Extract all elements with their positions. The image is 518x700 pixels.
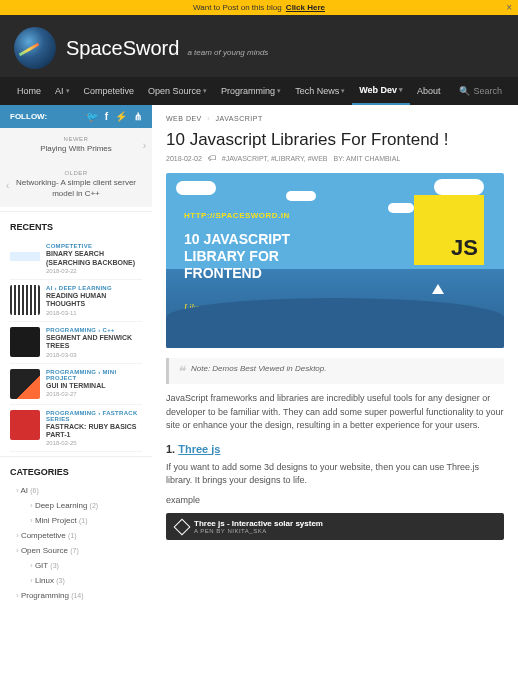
facebook-icon[interactable]: f — [105, 111, 108, 122]
older-post-link[interactable]: OLDER Networking- A simple client server… — [0, 162, 152, 207]
sidebar: FOLLOW: 🐦 f ⚡ ⋔ NEWER Playing With Prime… — [0, 105, 152, 613]
cat-item[interactable]: AI (6) — [10, 483, 142, 498]
search-input[interactable]: 🔍 Search — [459, 86, 508, 96]
article-date: 2018-02-02 — [166, 155, 202, 162]
nav-about[interactable]: About — [410, 78, 448, 104]
tag-icon: 🏷 — [208, 154, 216, 163]
cat-item[interactable]: Competetive (1) — [10, 528, 142, 543]
hero-image: JS HTTP://SPACESWORD.IN 10 JAVASCRIPT LI… — [166, 173, 504, 348]
rss-icon[interactable]: ⋔ — [134, 111, 142, 122]
hero-headline: 10 JAVASCRIPT LIBRARY FOR FRONTEND — [184, 231, 344, 281]
main-content: WEB DEV › JAVASCRIPT 10 Javascript Libra… — [152, 105, 518, 613]
search-icon: 🔍 — [459, 86, 470, 96]
main-nav: Home AI▾ Competetive Open Source▾ Progra… — [0, 77, 518, 105]
nav-competetive[interactable]: Competetive — [77, 78, 142, 104]
list-item[interactable]: AI › DEEP LEARNING READING HUMAN THOUGHT… — [10, 280, 142, 322]
embed-title: Three js - Interactive solar system — [194, 519, 323, 528]
intro-paragraph: JavaScript frameworks and libraries are … — [166, 392, 504, 433]
codepen-embed[interactable]: Three js - Interactive solar system A PE… — [166, 513, 504, 540]
chevron-down-icon: ▾ — [203, 87, 207, 95]
section-desc: If you want to add some 3d designs to yo… — [166, 461, 504, 488]
promo-banner: Want to Post on this blog Click Here × — [0, 0, 518, 15]
site-header: SpaceSword a team of young minds — [0, 15, 518, 77]
github-icon[interactable]: ⚡ — [115, 111, 127, 122]
list-item[interactable]: PROGRAMMING › MINI PROJECT GUI IN TERMIN… — [10, 364, 142, 405]
follow-bar: FOLLOW: 🐦 f ⚡ ⋔ — [0, 105, 152, 128]
nav-opensource[interactable]: Open Source▾ — [141, 78, 214, 104]
crumb-link[interactable]: WEB DEV — [166, 115, 202, 122]
article-title: 10 Javascript Libraries For Frontend ! — [166, 130, 504, 150]
chevron-left-icon: ‹ — [6, 179, 9, 190]
nav-home[interactable]: Home — [10, 78, 48, 104]
banner-text: Want to Post on this blog — [193, 3, 282, 12]
nav-technews[interactable]: Tech News▾ — [288, 78, 352, 104]
list-item[interactable]: COMPETETIVE BINARY SEARCH (SEARCHING BAC… — [10, 238, 142, 280]
breadcrumb: WEB DEV › JAVASCRIPT — [166, 115, 504, 122]
library-link[interactable]: Three js — [178, 443, 220, 455]
nav-programming[interactable]: Programming▾ — [214, 78, 288, 104]
nav-ai[interactable]: AI▾ — [48, 78, 77, 104]
article-tags: #JAVASCRIPT, #LIBRARY, #WEB — [222, 155, 328, 162]
recents-heading: RECENTS — [0, 211, 152, 238]
note-block: Note: Demos Best Viewed in Desktop. — [166, 358, 504, 384]
cat-item[interactable]: Open Source (7) — [10, 543, 142, 558]
crumb-link[interactable]: JAVASCRIPT — [216, 115, 263, 122]
example-label: example — [166, 494, 504, 508]
twitter-icon[interactable]: 🐦 — [86, 111, 98, 122]
brand-name[interactable]: SpaceSword — [66, 37, 179, 60]
newer-post-link[interactable]: NEWER Playing With Primes › — [0, 128, 152, 162]
article-author: BY: AMIT CHAMBIAL — [334, 155, 401, 162]
chevron-right-icon: › — [143, 140, 146, 151]
article-meta: 2018-02-02 🏷 #JAVASCRIPT, #LIBRARY, #WEB… — [166, 154, 504, 163]
follow-label: FOLLOW: — [10, 112, 47, 121]
list-item[interactable]: PROGRAMMING › C++ SEGMENT AND FENWICK TR… — [10, 322, 142, 364]
chevron-down-icon: ▾ — [277, 87, 281, 95]
brand-tagline: a team of young minds — [187, 48, 268, 57]
logo-icon[interactable] — [14, 27, 56, 69]
recents-list: COMPETETIVE BINARY SEARCH (SEARCHING BAC… — [0, 238, 152, 452]
js-badge: JS — [414, 195, 484, 265]
list-item[interactable]: PROGRAMMING › FASTRACK SERIES FASTRACK: … — [10, 405, 142, 453]
nav-webdev[interactable]: Web Dev▾ — [352, 77, 410, 105]
thumbnail — [10, 243, 40, 273]
cat-item[interactable]: Linux (3) — [24, 573, 142, 588]
close-icon[interactable]: × — [506, 2, 512, 13]
chevron-down-icon: ▾ — [399, 86, 403, 94]
banner-link[interactable]: Click Here — [286, 3, 325, 12]
categories-list: AI (6) Deep Learning (2) Mini Project (1… — [0, 483, 152, 613]
chevron-down-icon: ▾ — [341, 87, 345, 95]
codepen-icon — [174, 518, 191, 535]
boat-icon — [432, 284, 444, 294]
thumbnail — [10, 369, 40, 399]
thumbnail — [10, 327, 40, 357]
cat-item[interactable]: Mini Project (1) — [24, 513, 142, 528]
hero-url: HTTP://SPACESWORD.IN — [184, 211, 290, 220]
chevron-down-icon: ▾ — [66, 87, 70, 95]
cat-item[interactable]: Deep Learning (2) — [24, 498, 142, 513]
cat-item[interactable]: GIT (3) — [24, 558, 142, 573]
thumbnail — [10, 410, 40, 440]
section-heading: 1. Three js — [166, 443, 504, 455]
embed-author: A PEN BY nikita_ska — [194, 528, 323, 534]
cat-item[interactable]: Programming (14) — [10, 588, 142, 603]
categories-heading: CATEGORIES — [0, 456, 152, 483]
thumbnail — [10, 285, 40, 315]
